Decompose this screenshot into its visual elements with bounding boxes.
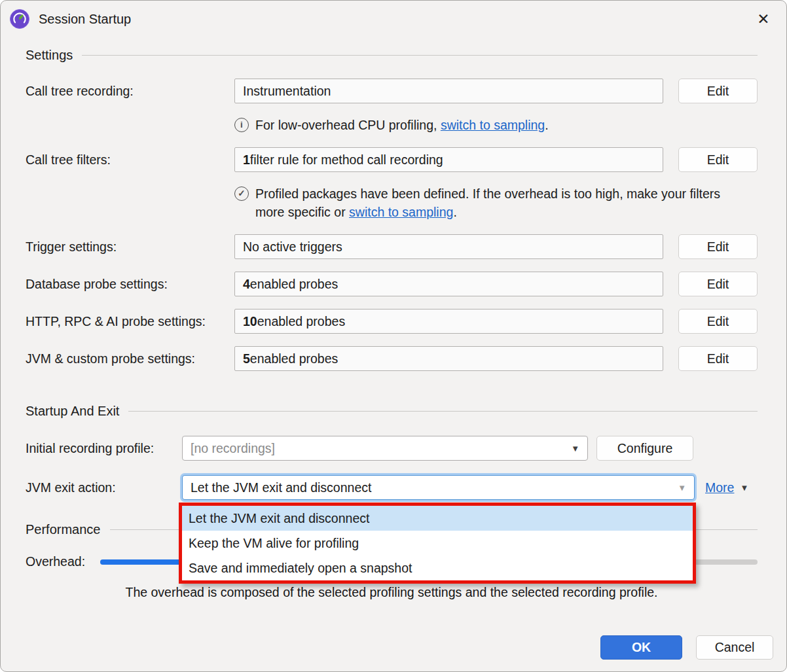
sampling-note: i For low-overhead CPU profiling, switch… <box>234 116 752 134</box>
ok-button[interactable]: OK <box>600 635 682 660</box>
jvm-custom-probe-label: JVM & custom probe settings: <box>26 351 234 366</box>
switch-to-sampling-link[interactable]: switch to sampling <box>441 118 545 132</box>
section-divider <box>128 411 758 412</box>
filters-note-text: Profiled packages have been defined. If … <box>255 186 720 219</box>
call-tree-filters-label: Call tree filters: <box>26 152 234 168</box>
performance-section-label: Performance <box>26 522 101 537</box>
trigger-settings-edit-button[interactable]: Edit <box>678 234 758 259</box>
filters-note: ✓ Profiled packages have been defined. I… <box>234 185 752 221</box>
initial-recording-select[interactable]: [no recordings] ▼ <box>182 436 588 461</box>
jprofiler-app-icon <box>10 9 29 29</box>
jvm-custom-probe-edit-button[interactable]: Edit <box>678 346 758 371</box>
http-rpc-ai-probe-edit-button[interactable]: Edit <box>678 309 758 334</box>
jvm-custom-probe-field: 5 enabled probes <box>234 346 663 371</box>
check-icon: ✓ <box>234 186 249 201</box>
configure-button[interactable]: Configure <box>596 436 693 461</box>
dialog-footer: OK Cancel <box>600 635 773 660</box>
http-rpc-ai-probe-label: HTTP, RPC & AI probe settings: <box>26 314 234 329</box>
cancel-button[interactable]: Cancel <box>696 635 773 660</box>
jvm-exit-action-label: JVM exit action: <box>26 480 182 495</box>
more-link[interactable]: More <box>705 480 734 495</box>
call-tree-recording-field: Instrumentation <box>234 79 663 103</box>
trigger-settings-label: Trigger settings: <box>26 239 234 255</box>
startup-section-header: Startup And Exit <box>26 404 758 419</box>
initial-recording-label: Initial recording profile: <box>26 441 182 456</box>
database-probe-field: 4 enabled probes <box>234 272 663 296</box>
database-probe-label: Database probe settings: <box>26 277 234 292</box>
dropdown-item-keep-vm-alive[interactable]: Keep the VM alive for profiling <box>182 531 693 556</box>
http-rpc-ai-probe-field: 10 enabled probes <box>234 309 663 334</box>
dropdown-item-save-snapshot[interactable]: Save and immediately open a snapshot <box>182 556 693 580</box>
title-bar: Session Startup ✕ <box>1 1 786 37</box>
call-tree-recording-row: Call tree recording: Instrumentation Edi… <box>26 79 758 103</box>
trigger-settings-row: Trigger settings: No active triggers Edi… <box>26 234 758 259</box>
overhead-note: The overhead is composed of the selected… <box>26 585 758 600</box>
call-tree-filters-edit-button[interactable]: Edit <box>678 147 758 172</box>
chevron-down-icon: ▼ <box>678 483 686 493</box>
section-divider <box>82 55 758 56</box>
http-rpc-ai-probe-row: HTTP, RPC & AI probe settings: 10 enable… <box>26 309 758 334</box>
trigger-settings-field: No active triggers <box>234 234 663 259</box>
dropdown-item-let-jvm-exit[interactable]: Let the JVM exit and disconnect <box>182 506 693 531</box>
settings-section-label: Settings <box>26 48 73 63</box>
database-probe-row: Database probe settings: 4 enabled probe… <box>26 272 758 296</box>
database-probe-edit-button[interactable]: Edit <box>678 272 758 296</box>
call-tree-filters-field: 1 filter rule for method call recording <box>234 147 663 172</box>
switch-to-sampling-link-2[interactable]: switch to sampling <box>349 205 453 219</box>
jvm-exit-action-select[interactable]: Let the JVM exit and disconnect ▼ <box>182 475 695 500</box>
settings-section-header: Settings <box>26 48 758 63</box>
chevron-down-icon: ▼ <box>571 444 579 453</box>
jvm-exit-dropdown-popup: Let the JVM exit and disconnect Keep the… <box>179 503 696 584</box>
more-menu[interactable]: More ▼ <box>705 480 748 495</box>
info-icon: i <box>234 118 249 132</box>
call-tree-recording-label: Call tree recording: <box>26 84 234 99</box>
jvm-custom-probe-row: JVM & custom probe settings: 5 enabled p… <box>26 346 758 371</box>
close-icon[interactable]: ✕ <box>752 8 775 30</box>
sampling-note-text: For low-overhead CPU profiling, <box>255 118 441 132</box>
startup-section-label: Startup And Exit <box>26 404 119 419</box>
window-title: Session Startup <box>39 12 131 27</box>
call-tree-filters-row: Call tree filters: 1 filter rule for met… <box>26 147 758 172</box>
call-tree-recording-edit-button[interactable]: Edit <box>678 79 758 103</box>
session-startup-dialog: Session Startup ✕ Settings Call tree rec… <box>0 0 787 672</box>
overhead-label: Overhead: <box>26 554 100 569</box>
jvm-exit-action-row: JVM exit action: Let the JVM exit and di… <box>26 475 758 500</box>
initial-recording-row: Initial recording profile: [no recording… <box>26 436 758 461</box>
chevron-down-icon: ▼ <box>740 483 748 493</box>
